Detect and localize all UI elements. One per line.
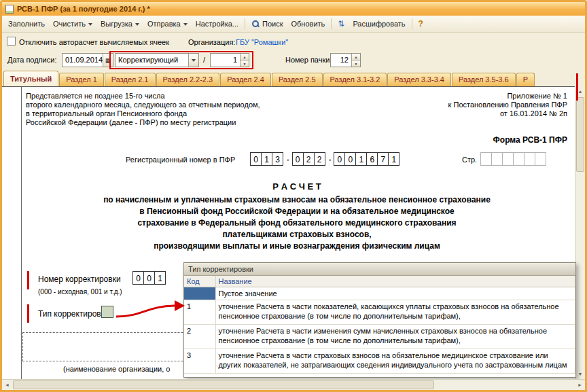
tab-section-1[interactable]: Раздел 1 (59, 73, 104, 86)
organization-label: Организация: (188, 38, 235, 46)
empty-digit-box (502, 152, 514, 166)
dropdown-caret-icon (183, 23, 188, 26)
submission-note: Представляется не позднее 15-го числа вт… (26, 92, 260, 127)
settings-button[interactable]: Настройка... (192, 18, 243, 30)
dropdown-caret-icon (192, 59, 196, 62)
appendix-note-line: Приложение № 1 (448, 92, 567, 101)
correction-number-field[interactable]: 1 ▲ ▼ (210, 53, 249, 67)
vertical-scrollbar[interactable]: ▲ ▼ (575, 86, 585, 379)
tab-cut-off[interactable]: Р (516, 73, 535, 86)
popup-titlebar[interactable]: Тип корректировки (184, 263, 575, 276)
empty-digit-box (480, 152, 492, 166)
calc-subtitle-line: по начисленным и уплаченным страховым вз… (22, 194, 571, 206)
table-row-code-2[interactable]: 2 уточнение Расчета в части изменения су… (184, 325, 575, 349)
options-row: Отключить авторасчет вычисляемых ячеек О… (2, 33, 585, 50)
name-cell[interactable]: Пустое значение (215, 287, 575, 300)
calc-subtitle-line: производящими выплаты и иные вознагражде… (22, 240, 571, 252)
autocalc-checkbox[interactable] (7, 37, 16, 46)
organization-value[interactable]: ГБУ "Ромашки" (236, 38, 288, 46)
digit-box: 0 (334, 152, 345, 166)
tab-section-3-5-3-6[interactable]: Раздел 3.5-3.6 (452, 73, 516, 86)
scroll-down-icon[interactable]: ▼ (575, 369, 585, 379)
tab-title-page[interactable]: Титульный (3, 71, 58, 86)
unload-button[interactable]: Выгрузка (96, 18, 143, 30)
report-icon (5, 5, 14, 14)
clear-button[interactable]: Очистить (49, 18, 96, 30)
annotation-marker-bar (27, 271, 29, 289)
tab-section-2-5[interactable]: Раздел 2.5 (272, 73, 323, 86)
code-cell[interactable]: 2 (184, 325, 215, 349)
slash-separator: / (203, 56, 205, 64)
form-name: Форма РСВ-1 ПФР (493, 135, 567, 145)
horizontal-scrollbar[interactable]: ◄ ► (2, 379, 585, 390)
code-cell[interactable]: 3 (184, 349, 215, 374)
scroll-right-icon[interactable]: ► (575, 380, 585, 390)
name-column-header[interactable]: Название (215, 276, 575, 287)
tab-section-3-1-3-2[interactable]: Раздел 3.1-3.2 (323, 73, 387, 86)
search-button[interactable]: Поиск (247, 18, 287, 30)
digit-box: 2 (314, 152, 325, 166)
empty-digit-box (513, 152, 524, 166)
page-number-boxes (481, 152, 546, 166)
horizontal-scroll-thumb[interactable] (13, 380, 434, 389)
code-cell-selected[interactable] (184, 287, 215, 300)
table-row-empty-value[interactable]: Пустое значение (184, 287, 575, 300)
digit-box: 2 (303, 152, 315, 166)
spin-up-icon[interactable]: ▲ (241, 54, 249, 60)
vertical-scroll-thumb[interactable] (576, 97, 584, 172)
correction-number-label: Номер корректировки (38, 274, 121, 284)
submission-note-line: второго календарного месяца, следующего … (26, 101, 260, 109)
tab-section-2-4[interactable]: Раздел 2.4 (220, 73, 271, 86)
code-column-header[interactable]: Код (184, 276, 215, 287)
appendix-note: Приложение № 1 к Постановлению Правления… (448, 92, 567, 118)
load-unload-button[interactable]: ⇅ (334, 18, 349, 30)
calc-subtitle: по начисленным и уплаченным страховым вз… (22, 194, 571, 252)
help-button[interactable]: ? (414, 17, 427, 31)
name-cell[interactable]: уточнение Расчета в части показателей, к… (215, 300, 575, 325)
table-header-row: Код Название (184, 276, 575, 287)
correction-type-combo[interactable]: Корректирующий (115, 53, 199, 67)
digit-box: 0 (143, 271, 155, 285)
tab-section-3-3-3-4[interactable]: Раздел 3.3-3.4 (387, 73, 451, 86)
decipher-button[interactable]: Расшифровать (349, 18, 409, 30)
autocalc-label: Отключить авторасчет вычисляемых ячеек (19, 38, 169, 46)
spin-down-icon[interactable]: ▼ (241, 60, 249, 67)
annotation-marker-bar (27, 304, 29, 323)
toolbar-separator (245, 18, 245, 29)
correction-number-spinner: ▲ ▼ (240, 54, 249, 67)
sign-date-field[interactable]: 01.09.2014 ▦ (62, 53, 113, 67)
table-row-code-1[interactable]: 1 уточнение Расчета в части показателей,… (184, 300, 575, 325)
refresh-button-label: Обновить (291, 20, 325, 28)
scroll-left-icon[interactable]: ◄ (2, 380, 12, 390)
calc-title: Р А С Ч Е Т (22, 181, 571, 192)
calendar-icon[interactable]: ▦ (103, 54, 113, 67)
correction-number-value: 1 (211, 54, 240, 67)
tab-section-2-1[interactable]: Раздел 2.1 (105, 73, 156, 86)
pack-number-field[interactable]: 12 ▲ ▼ (330, 53, 361, 67)
refresh-button[interactable]: Обновить (287, 18, 330, 30)
app-window: РСВ-1 ПФР (за 1 полугодие 2014 г.) * Зап… (0, 0, 587, 392)
toolbar-separator (412, 18, 412, 29)
name-cell[interactable]: уточнение Расчета в части страховых взно… (215, 349, 575, 374)
table-row-code-3[interactable]: 3 уточнение Расчета в части страховых вз… (184, 349, 575, 374)
digit-box: 0 (132, 271, 144, 285)
code-cell[interactable]: 1 (184, 300, 215, 325)
submission-note-line: в территориальный орган Пенсионного фонд… (26, 109, 260, 118)
combo-dropdown-button[interactable] (188, 54, 198, 67)
tab-section-2-2-2-3[interactable]: Раздел 2.2-2.3 (156, 73, 220, 86)
updown-arrows-icon: ⇅ (338, 20, 344, 28)
correction-type-label: Тип корректировки (38, 309, 109, 319)
correction-type-input[interactable] (101, 306, 113, 318)
digit-box: 1 (154, 271, 166, 285)
dash-separator: - (287, 155, 289, 163)
name-cell[interactable]: уточнение Расчета в части изменения сумм… (215, 325, 575, 349)
spin-up-icon[interactable]: ▲ (352, 54, 360, 60)
fill-button[interactable]: Заполнить (4, 18, 49, 30)
send-button[interactable]: Отправка (143, 18, 192, 30)
calc-subtitle-line: страхование в Федеральный фонд обязатель… (22, 217, 571, 229)
pack-number-value: 12 (331, 54, 351, 67)
correction-type-popup: Тип корректировки Код Название Пустое зн… (183, 262, 576, 378)
correction-number-boxes: 0 0 1 (133, 271, 166, 285)
correction-type-table: Код Название Пустое значение 1 уточнение… (184, 276, 575, 374)
spin-down-icon[interactable]: ▼ (352, 60, 360, 67)
